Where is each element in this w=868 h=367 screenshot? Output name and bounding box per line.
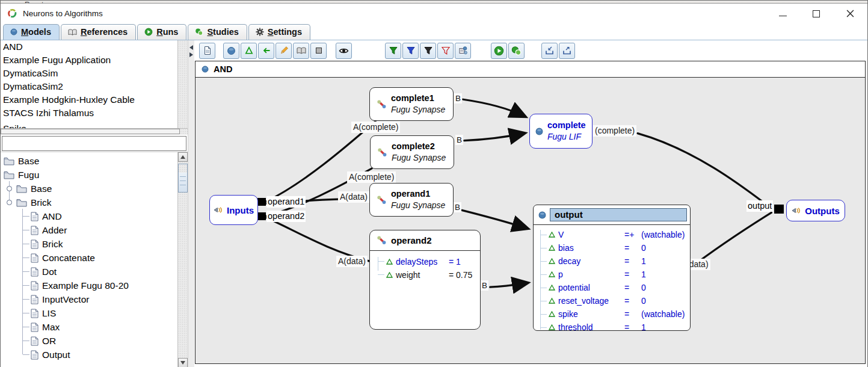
node-complete2[interactable]: complete2 Fugu Synapse: [370, 135, 454, 169]
edge-label-b: B: [454, 202, 461, 212]
tree-item-or[interactable]: OR: [1, 334, 188, 348]
new-document-icon: [203, 46, 212, 55]
list-item[interactable]: Example Hodgkin-Huxley Cable: [1, 93, 188, 106]
tree-item-output[interactable]: Output: [1, 348, 188, 362]
param-row[interactable]: reset_voltage = 0: [540, 294, 688, 307]
param-value: 1: [641, 270, 646, 279]
scrollbar-thumb[interactable]: [1, 129, 180, 134]
tree-item-fugu-base[interactable]: Base: [1, 182, 188, 196]
document-icon: [31, 281, 38, 291]
tree-item-lis[interactable]: LIS: [1, 306, 188, 320]
export-button[interactable]: [559, 43, 575, 59]
filter-parameters-button[interactable]: [455, 43, 471, 59]
run-button[interactable]: [491, 43, 507, 59]
param-row[interactable]: decay = 1: [540, 254, 688, 268]
param-row[interactable]: threshold = 1: [540, 321, 688, 334]
scroll-down-button[interactable]: [178, 358, 188, 367]
tree-item-fugu[interactable]: Fugu: [1, 168, 188, 182]
variable-triangle-icon: [549, 324, 555, 330]
param-row[interactable]: delaySteps = 1: [378, 255, 478, 268]
variable-triangle-icon: [386, 259, 393, 265]
black-funnel-icon: [423, 46, 433, 55]
tree-item-dot[interactable]: Dot: [1, 265, 188, 279]
inputs-operand1-pin[interactable]: [257, 198, 266, 206]
tab-runs[interactable]: Runs: [137, 24, 186, 40]
tree-item-fugu-brick[interactable]: Brick: [1, 196, 188, 209]
add-annotation-button[interactable]: [275, 43, 292, 59]
tree-item-base[interactable]: Base: [1, 154, 188, 168]
node-output[interactable]: output V =+ (watchable): [533, 205, 691, 331]
tree-item-label: Base: [31, 184, 52, 194]
filter-green-button[interactable]: [385, 43, 401, 59]
add-reference-button[interactable]: [258, 43, 274, 59]
collapse-left-icon[interactable]: [189, 45, 193, 50]
models-list: AND Example Fugu Application DymaticaSim…: [1, 40, 188, 129]
minimize-button[interactable]: [778, 10, 787, 18]
filter-black-button[interactable]: [420, 43, 436, 59]
tree-item-example-fugu-80-20[interactable]: Example Fugu 80-20: [1, 279, 188, 292]
tree-item-and[interactable]: AND: [1, 209, 188, 223]
model-header[interactable]: AND: [195, 61, 865, 78]
tree-item-brick[interactable]: Brick: [1, 237, 188, 251]
list-item[interactable]: Spike: [1, 120, 188, 129]
param-row[interactable]: V =+ (watchable): [540, 228, 688, 241]
outputs-output-pin[interactable]: [774, 205, 784, 214]
maximize-button[interactable]: [812, 10, 820, 18]
close-button[interactable]: [846, 10, 854, 18]
list-item[interactable]: STACS Izhi Thalamus: [1, 106, 188, 120]
param-row[interactable]: weight = 0.75: [378, 268, 478, 282]
add-variable-button[interactable]: [241, 43, 257, 59]
node-inputs[interactable]: Inputs: [209, 195, 258, 225]
node-operand1[interactable]: operand1 Fugu Synapse: [369, 183, 454, 217]
create-study-button[interactable]: [508, 43, 525, 59]
tree-vertical-scrollbar[interactable]: [177, 152, 188, 367]
collapse-right-icon[interactable]: [189, 52, 193, 57]
parameters-icon: [458, 46, 468, 55]
import-button[interactable]: [541, 43, 558, 59]
search-input[interactable]: [2, 136, 186, 151]
scroll-up-button[interactable]: [178, 152, 188, 162]
node-outputs[interactable]: Outputs: [786, 200, 845, 221]
param-row[interactable]: bias = 0: [540, 241, 688, 254]
node-operand2[interactable]: operand2 delaySteps = 1: [369, 230, 481, 330]
add-equation-button[interactable]: [310, 43, 327, 59]
param-row[interactable]: p = 1: [540, 268, 688, 281]
filter-clear-button[interactable]: [437, 43, 454, 59]
tree-item-label: Brick: [31, 197, 51, 208]
watch-button[interactable]: [336, 43, 352, 59]
add-citation-button[interactable]: [293, 43, 309, 59]
tree-expand-handle[interactable]: [7, 186, 12, 191]
tree-item-concatenate[interactable]: Concatenate: [1, 251, 188, 265]
list-horizontal-scrollbar[interactable]: [1, 129, 188, 135]
tree-collapse-handle[interactable]: [7, 200, 12, 205]
tab-studies[interactable]: Studies: [188, 24, 247, 40]
node-complete1[interactable]: complete1 Fugu Synapse: [369, 87, 454, 121]
list-item[interactable]: DymaticaSim: [1, 67, 188, 80]
tab-models[interactable]: Models: [3, 24, 60, 40]
tree-item-max[interactable]: Max: [1, 320, 188, 334]
tab-settings[interactable]: Settings: [248, 24, 310, 40]
new-document-button[interactable]: [199, 43, 215, 59]
variable-triangle-icon: [549, 311, 555, 317]
list-item[interactable]: DymaticaSim2: [1, 80, 188, 93]
tree-item-inputvector[interactable]: InputVector: [1, 292, 188, 306]
io-icon: [792, 206, 801, 215]
inputs-operand2-pin[interactable]: [257, 212, 266, 220]
node-complete[interactable]: complete Fugu LIF: [529, 114, 593, 149]
param-value: (watchable): [641, 230, 685, 239]
graph-canvas[interactable]: operand1 operand2 output A(complete) A(c…: [195, 78, 865, 363]
list-vertical-scrollbar[interactable]: [177, 40, 188, 128]
panel-splitter[interactable]: [188, 40, 194, 367]
scrollbar-thumb[interactable]: [178, 164, 188, 193]
filter-blue-button[interactable]: [402, 43, 419, 59]
param-row[interactable]: spike = (watchable): [540, 307, 688, 321]
tree-item-adder[interactable]: Adder: [1, 223, 188, 237]
param-connector: [540, 288, 547, 288]
list-item[interactable]: Example Fugu Application: [1, 54, 188, 67]
edge-label-complete: (complete): [593, 125, 636, 137]
list-item[interactable]: AND: [1, 40, 188, 54]
tab-references[interactable]: References: [61, 24, 136, 40]
param-row[interactable]: potential = 0: [540, 281, 688, 294]
add-part-button[interactable]: [223, 43, 239, 59]
tab-label: Studies: [207, 27, 238, 37]
